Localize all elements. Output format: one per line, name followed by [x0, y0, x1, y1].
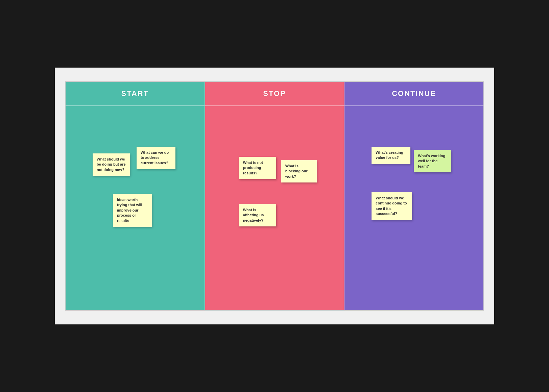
column-continue-body: What's creating value for us? What's wor… [344, 106, 483, 310]
column-start-title: START [69, 89, 201, 98]
column-stop-body: What is not producing results? What is b… [205, 106, 344, 310]
column-stop-title: STOP [209, 89, 341, 98]
sticky-note-start-2[interactable]: What can we do to address current issues… [137, 147, 175, 169]
sticky-note-continue-1[interactable]: What's creating value for us? [372, 147, 410, 164]
sticky-note-continue-2[interactable]: What's working well for the team? [414, 150, 451, 172]
column-start-header: START [66, 82, 205, 106]
sticky-note-continue-3[interactable]: What should we continue doing to see if … [372, 192, 412, 220]
column-start-body: What should we be doing but are not doin… [66, 106, 205, 310]
column-stop: STOP What is not producing results? What… [205, 82, 345, 310]
column-continue-title: CONTINUE [348, 89, 480, 98]
board-wrapper: START What should we be doing but are no… [55, 68, 494, 324]
sticky-note-start-1[interactable]: What should we be doing but are not doin… [93, 153, 130, 176]
sticky-note-stop-2[interactable]: What is blocking our work? [281, 160, 317, 182]
sticky-note-stop-3[interactable]: What is affecting us negatively? [239, 204, 276, 226]
column-continue: CONTINUE What's creating value for us? W… [344, 82, 483, 310]
retrospective-board: START What should we be doing but are no… [65, 81, 484, 311]
column-stop-header: STOP [205, 82, 344, 106]
sticky-note-start-3[interactable]: Ideas worth trying that will improve our… [113, 194, 152, 227]
column-start: START What should we be doing but are no… [66, 82, 205, 310]
sticky-note-stop-1[interactable]: What is not producing results? [239, 157, 276, 179]
column-continue-header: CONTINUE [344, 82, 483, 106]
